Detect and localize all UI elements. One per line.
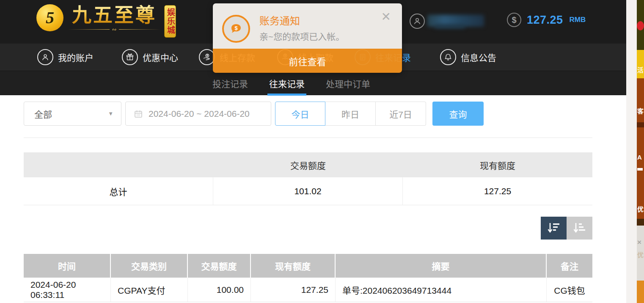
col-header-balance: 现有额度	[251, 254, 336, 278]
widget-close-icon[interactable]: ×	[637, 238, 641, 247]
widget-seg-bottom	[637, 281, 644, 303]
nav-item-promotions[interactable]: 优惠中心	[122, 44, 178, 71]
summary-header-balance: 现有额度	[403, 152, 592, 177]
summary-balance-value: 127.25	[403, 177, 592, 205]
cell-balance: 127.25	[251, 278, 336, 302]
col-header-type: 交易类别	[111, 254, 188, 278]
widget-seg-light: × 优	[637, 226, 644, 281]
cell-remark: CG钱包	[547, 278, 592, 302]
username-redacted-tail	[435, 25, 465, 28]
avatar-icon	[410, 14, 425, 29]
balance-currency: RMB	[570, 16, 586, 24]
page-scrollbar-track[interactable]	[626, 0, 637, 303]
summary-header-empty	[24, 152, 213, 177]
nav-label: 我的账户	[58, 51, 94, 63]
nav-item-my-account[interactable]: 我的账户	[37, 44, 94, 71]
tab-transaction-records[interactable]: 往来记录	[268, 71, 305, 96]
sort-descending-icon	[547, 221, 561, 235]
quick-yesterday-button[interactable]: 昨日	[325, 102, 376, 126]
section-divider	[24, 138, 592, 138]
cell-summary: 单号:202406203649713444	[336, 278, 547, 302]
col-header-amount: 交易额度	[188, 254, 251, 278]
widget-promo-label: 优	[637, 204, 644, 213]
notification-message: 亲~您的款项已入帐。	[259, 30, 344, 42]
cell-amount: 100.00	[188, 278, 251, 302]
widget-dash-icon	[637, 168, 643, 171]
cell-type: CGPAY支付	[111, 278, 188, 302]
sub-tab-bar: 投注记录 往来记录 处理中订单	[0, 71, 626, 95]
records-table: 时间 交易类别 交易额度 现有额度 摘要 备注 2024-06-20 06:33…	[24, 254, 592, 302]
balance-amount: 127.25	[527, 14, 563, 27]
user-account[interactable]	[410, 12, 425, 30]
nav-label: 优惠中心	[143, 51, 178, 63]
widget-service-label: 客	[637, 106, 644, 115]
summary-total-row: 总计 101.02 127.25	[24, 177, 592, 205]
summary-table: 交易额度 现有额度 总计 101.02 127.25	[24, 152, 592, 205]
summary-table-header: 交易额度 现有额度	[24, 152, 592, 177]
dollar-icon: $	[507, 13, 521, 27]
table-row: 2024-06-20 06:33:11 CGPAY支付 100.00 127.2…	[24, 278, 592, 302]
user-icon	[37, 49, 53, 65]
widget-app-label: A	[637, 154, 642, 161]
chevron-down-icon: ▼	[108, 110, 113, 117]
widget-activity-label: 活	[637, 65, 644, 74]
widget-dark-band	[637, 122, 644, 127]
close-icon[interactable]: ✕	[381, 11, 391, 23]
summary-trade-amount-value: 101.02	[213, 177, 403, 205]
sort-ascending-button[interactable]	[567, 217, 592, 240]
col-header-remark: 备注	[547, 254, 592, 278]
wallet-balance[interactable]: $ 127.25 RMB	[507, 13, 586, 27]
category-select[interactable]: 全部 ▼	[24, 102, 121, 126]
tab-pending-orders[interactable]: 处理中订单	[325, 71, 371, 96]
svg-text:$: $	[234, 25, 238, 31]
date-range-value: 2024-06-20 ~ 2024-06-20	[149, 109, 250, 119]
col-header-time: 时间	[24, 254, 111, 278]
cell-time: 2024-06-20 06:33:11	[24, 278, 111, 302]
floating-service-widget[interactable]: 活 客 A 优 × 优	[637, 0, 644, 303]
summary-total-label: 总计	[24, 177, 213, 205]
summary-header-trade-amount: 交易额度	[213, 152, 403, 177]
nav-item-announcements[interactable]: 信息公告	[440, 44, 496, 71]
nav-label: 信息公告	[461, 51, 496, 63]
widget-faint-label: 优	[637, 250, 644, 259]
date-range-input[interactable]: 2024-06-20 ~ 2024-06-20	[125, 102, 271, 126]
bell-icon	[440, 49, 456, 65]
widget-seg-service: 客 A 优	[637, 78, 644, 219]
notification-title: 账务通知	[259, 13, 300, 28]
widget-red-badge-icon	[637, 21, 644, 30]
sort-ascending-icon	[572, 221, 587, 235]
widget-seg-top	[637, 0, 644, 50]
calendar-icon	[133, 109, 143, 119]
quick-today-button[interactable]: 今日	[275, 102, 325, 126]
notification-action-button[interactable]: 前往查看	[213, 49, 402, 73]
notification-popup: $ 账务通知 亲~您的款项已入帐。 ✕ 前往查看	[213, 3, 402, 73]
logo-flourish-icon: ∾	[68, 27, 161, 33]
quick-last7days-button[interactable]: 近7日	[376, 102, 426, 126]
logo-tag: 娱乐城	[164, 5, 176, 38]
notification-bubble-icon: $	[222, 15, 250, 43]
tab-bet-records[interactable]: 投注记录	[212, 71, 249, 96]
sort-descending-button[interactable]	[541, 217, 567, 240]
gift-icon	[122, 49, 138, 65]
widget-seg-band	[637, 219, 644, 226]
widget-seg-activity: 活	[637, 50, 644, 78]
col-header-summary: 摘要	[336, 254, 547, 278]
sort-toggle-group	[541, 217, 592, 240]
site-logo[interactable]: 5 九五至尊 ∾ 娱乐城	[36, 4, 176, 38]
logo-title: 九五至尊	[72, 4, 157, 26]
quick-date-group: 今日 昨日 近7日	[275, 102, 426, 126]
category-select-value: 全部	[34, 107, 52, 120]
logo-monogram-icon: 5	[36, 4, 63, 31]
records-table-header: 时间 交易类别 交易额度 现有额度 摘要 备注	[24, 254, 592, 278]
search-button[interactable]: 查询	[432, 102, 484, 126]
